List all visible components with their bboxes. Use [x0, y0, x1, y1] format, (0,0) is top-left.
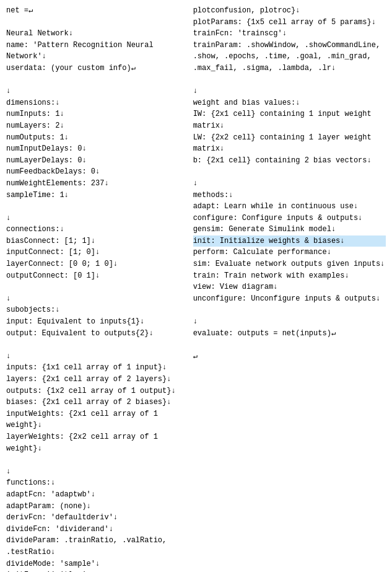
text-line: numLayers: 2↓	[6, 120, 184, 132]
text-line: ↓	[193, 86, 386, 97]
blank-line	[193, 166, 386, 178]
text-line: numOutputs: 1↓	[6, 132, 184, 144]
blank-line	[6, 339, 184, 351]
text-line: ↓	[6, 213, 184, 224]
text-line: plotParams: {1x5 cell array of 5 params}…	[193, 17, 386, 29]
text-line: input: Equivalent to inputs{1}↓	[6, 316, 184, 328]
text-line: b: {2x1 cell} containing 2 bias vectors↓	[193, 155, 386, 167]
text-line: layerConnect: [0 0; 1 0]↓	[6, 258, 184, 270]
text-line: inputs: {1x1 cell array of 1 input}↓	[6, 362, 184, 374]
text-line: initFcn: 'initlay'↓	[6, 570, 184, 572]
text-line: numFeedbackDelays: 0↓	[6, 166, 184, 178]
text-line: sampleTime: 1↓	[6, 190, 184, 201]
text-line: IW: {2x1 cell} containing 1 input weight…	[193, 108, 386, 131]
text-line: subobjects:↓	[6, 304, 184, 316]
text-line: ↓	[6, 351, 184, 363]
text-line: Neural Network↓	[6, 28, 184, 40]
text-line: name: 'Pattern Recognition Neural Networ…	[6, 40, 184, 63]
text-line: biasConnect: [1; 1]↓	[6, 235, 184, 247]
text-line: inputWeights: {2x1 cell array of 1 weigh…	[6, 408, 184, 431]
text-line: adapt: Learn while in continuous use↓	[193, 201, 386, 213]
text-line: biases: {2x1 cell array of 2 biases}↓	[6, 397, 184, 408]
text-line: numLayerDelays: 0↓	[6, 155, 184, 167]
text-line: outputConnect: [0 1]↓	[6, 270, 184, 282]
text-line: view: View diagram↓	[193, 281, 386, 293]
text-line: ↓	[6, 466, 184, 478]
text-line: divideMode: 'sample'↓	[6, 558, 184, 570]
text-line: trainParam: .showWindow, .showCommandLin…	[193, 40, 386, 74]
text-line: ↓	[193, 178, 386, 190]
right-column: plotconfusion, plotroc}↓plotParams: {1x5…	[190, 5, 386, 572]
text-line: output: Equivalent to outputs{2}↓	[6, 328, 184, 340]
text-line: plotconfusion, plotroc}↓	[193, 5, 386, 17]
blank-line	[6, 201, 184, 213]
text-line: gensim: Generate Simulink model↓	[193, 224, 386, 235]
main-content: net =↵Neural Network↓name: 'Pattern Reco…	[6, 5, 386, 572]
text-line: derivFcn: 'defaultderiv'↓	[6, 512, 184, 524]
text-line: divideFcn: 'dividerand'↓	[6, 524, 184, 535]
blank-line	[6, 74, 184, 86]
text-line: layerWeights: {2x2 cell array of 1 weigh…	[6, 431, 184, 454]
text-line: net =↵	[6, 5, 184, 17]
text-line: numInputDelays: 0↓	[6, 143, 184, 155]
text-line: divideParam: .trainRatio, .valRatio, .te…	[6, 535, 184, 558]
text-line: ↓	[193, 316, 386, 328]
text-line: functions:↓	[6, 477, 184, 489]
blank-line	[6, 17, 184, 29]
text-line: perform: Calculate performance↓	[193, 247, 386, 258]
text-line: trainFcn: 'trainscg'↓	[193, 28, 386, 40]
text-line: userdata: (your custom info)↵	[6, 63, 184, 74]
text-line: adaptFcn: 'adaptwb'↓	[6, 489, 184, 501]
text-line: unconfigure: Unconfigure inputs & output…	[193, 293, 386, 305]
text-line: layers: {2x1 cell array of 2 layers}↓	[6, 374, 184, 385]
text-line: ↵	[193, 351, 386, 363]
blank-line	[193, 304, 386, 316]
blank-line	[193, 339, 386, 351]
text-line: LW: {2x2 cell} containing 1 layer weight…	[193, 132, 386, 155]
blank-line	[193, 74, 386, 86]
text-line: adaptParam: (none)↓	[6, 501, 184, 513]
blank-line	[6, 281, 184, 293]
text-line: connections:↓	[6, 224, 184, 235]
left-column: net =↵Neural Network↓name: 'Pattern Reco…	[6, 5, 190, 572]
text-line: numInputs: 1↓	[6, 108, 184, 120]
text-line: configure: Configure inputs & outputs↓	[193, 213, 386, 224]
text-line: weight and bias values:↓	[193, 97, 386, 109]
text-line: methods:↓	[193, 190, 386, 201]
text-line: dimensions:↓	[6, 97, 184, 109]
text-line: ↓	[6, 293, 184, 305]
text-line: numWeightElements: 237↓	[6, 178, 184, 190]
text-line: inputConnect: [1; 0]↓	[6, 247, 184, 258]
text-line: evaluate: outputs = net(inputs)↵	[193, 328, 386, 340]
blank-line	[6, 454, 184, 466]
text-line: ↓	[6, 86, 184, 97]
text-line: outputs: {1x2 cell array of 1 output}↓	[6, 385, 184, 397]
text-line: train: Train network with examples↓	[193, 270, 386, 282]
text-line: init: Initialize weights & biases↓	[193, 235, 386, 247]
text-line: sim: Evaluate network outputs given inpu…	[193, 258, 386, 270]
